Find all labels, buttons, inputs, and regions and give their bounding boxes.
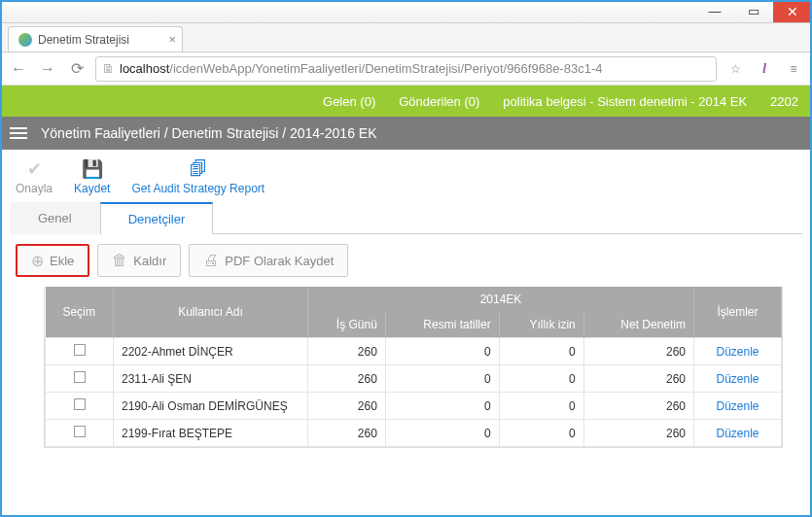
context-label: politika belgesi - Sistem denetimi - 201… [503, 94, 747, 109]
back-button[interactable]: ← [8, 58, 29, 80]
sent-link[interactable]: Gönderilen (0) [399, 94, 479, 109]
cell-annual: 0 [499, 393, 583, 420]
cell-workday: 260 [308, 365, 386, 393]
cell-holidays: 0 [385, 338, 499, 365]
window-minimize-button[interactable]: — [695, 0, 734, 22]
export-pdf-label: PDF Olarak Kaydet [225, 254, 334, 268]
cell-username: 2202-Ahmet DİNÇER [114, 338, 308, 365]
cell-net: 260 [583, 338, 693, 365]
table-row: 2190-Ali Osman DEMİRGÜNEŞ26000260Düzenle [46, 393, 782, 420]
cell-annual: 0 [499, 365, 583, 393]
cell-annual: 0 [499, 338, 583, 365]
report-label: Get Audit Strategy Report [131, 182, 265, 195]
cell-workday: 260 [308, 420, 386, 447]
url-path: /icdenWebApp/YonetimFaaliyetleri/Denetim… [169, 61, 602, 76]
cell-annual: 0 [499, 420, 583, 447]
menu-icon[interactable] [10, 127, 27, 139]
page-tabs: Genel Denetçiler [10, 201, 802, 234]
col-group-period: 2014EK [308, 287, 694, 312]
check-circle-icon: ✔ [23, 159, 45, 179]
cell-select[interactable] [46, 338, 114, 365]
inbox-link[interactable]: Gelen (0) [323, 94, 375, 109]
tab-close-icon[interactable]: × [168, 32, 176, 47]
report-button[interactable]: 🗐 Get Audit Strategy Report [131, 159, 265, 195]
tab-title: Denetim Stratejisi [38, 33, 129, 47]
auditors-table: Seçim Kullanıcı Adı 2014EK İşlemler İş G… [44, 287, 783, 448]
col-workday: İş Günü [308, 312, 386, 338]
report-icon: 🗐 [188, 159, 209, 179]
cell-net: 260 [583, 365, 693, 393]
tab-auditors-label: Denetçiler [128, 212, 186, 226]
forward-button[interactable]: → [37, 58, 58, 80]
add-button[interactable]: ⊕ Ekle [16, 244, 89, 277]
edit-link[interactable]: Düzenle [694, 365, 782, 393]
table-row: 2202-Ahmet DİNÇER26000260Düzenle [46, 338, 782, 365]
tab-auditors[interactable]: Denetçiler [100, 202, 214, 234]
pdf-icon: 🖨 [203, 252, 219, 269]
remove-label: Kaldır [133, 254, 166, 268]
table-row: 2199-Fırat BEŞTEPE26000260Düzenle [46, 420, 782, 447]
col-net: Net Denetim [583, 312, 693, 338]
reload-button[interactable]: ⟳ [66, 58, 88, 80]
browser-toolbar: ← → ⟳ 🗎 localhost/icdenWebApp/YonetimFaa… [0, 52, 812, 86]
page-toolbar: ✔ Onayla 💾 Kaydet 🗐 Get Audit Strategy R… [0, 150, 812, 201]
edit-link[interactable]: Düzenle [694, 338, 782, 365]
favicon-icon [18, 33, 32, 47]
checkbox-icon[interactable] [74, 371, 86, 383]
cell-select[interactable] [46, 365, 114, 393]
col-username: Kullanıcı Adı [114, 287, 308, 338]
cell-username: 2190-Ali Osman DEMİRGÜNEŞ [114, 393, 308, 420]
cell-select[interactable] [46, 420, 114, 447]
col-actions: İşlemler [694, 287, 782, 338]
edit-link[interactable]: Düzenle [694, 393, 782, 420]
breadcrumb-bar: Yönetim Faaliyetleri / Denetim Stratejis… [0, 117, 812, 150]
approve-button[interactable]: ✔ Onayla [16, 159, 53, 195]
window-close-button[interactable]: ✕ [773, 0, 812, 22]
trash-icon: 🗑 [112, 252, 127, 269]
checkbox-icon[interactable] [74, 426, 86, 437]
save-label: Kaydet [74, 182, 110, 195]
export-pdf-button[interactable]: 🖨 PDF Olarak Kaydet [189, 244, 348, 277]
address-bar[interactable]: 🗎 localhost/icdenWebApp/YonetimFaaliyetl… [95, 56, 717, 82]
breadcrumb: Yönetim Faaliyetleri / Denetim Stratejis… [41, 125, 377, 141]
remove-button[interactable]: 🗑 Kaldır [97, 244, 181, 277]
col-holidays: Resmi tatiller [385, 312, 499, 338]
cell-net: 260 [583, 393, 693, 420]
browser-tabstrip: Denetim Stratejisi × [0, 23, 812, 52]
browser-menu-icon[interactable]: ≡ [783, 58, 804, 80]
notification-bar: Gelen (0) Gönderilen (0) politika belges… [0, 86, 812, 117]
cell-holidays: 0 [385, 365, 499, 393]
extension-icon[interactable]: l [754, 58, 775, 80]
cell-workday: 260 [308, 393, 386, 420]
edit-link[interactable]: Düzenle [694, 420, 782, 447]
col-annual: Yıllık izin [499, 312, 583, 338]
save-button[interactable]: 💾 Kaydet [74, 159, 110, 195]
checkbox-icon[interactable] [74, 344, 86, 356]
window-maximize-button[interactable]: ▭ [734, 0, 773, 22]
bookmark-star-icon[interactable]: ☆ [724, 58, 746, 80]
cell-workday: 260 [308, 338, 386, 365]
url-host: localhost [120, 61, 169, 76]
browser-tab[interactable]: Denetim Stratejisi × [8, 26, 183, 52]
cell-holidays: 0 [385, 393, 499, 420]
cell-holidays: 0 [385, 420, 499, 447]
page-icon: 🗎 [102, 61, 115, 76]
approve-label: Onayla [16, 182, 53, 195]
checkbox-icon[interactable] [74, 398, 86, 410]
tab-general-label: Genel [38, 211, 72, 225]
save-icon: 💾 [82, 159, 103, 179]
action-row: ⊕ Ekle 🗑 Kaldır 🖨 PDF Olarak Kaydet [0, 234, 812, 287]
cell-net: 260 [583, 420, 693, 447]
window-titlebar: — ▭ ✕ [0, 0, 812, 23]
tab-general[interactable]: Genel [10, 202, 100, 234]
user-id-label: 2202 [770, 94, 798, 109]
add-label: Ekle [50, 254, 74, 268]
cell-select[interactable] [46, 393, 114, 420]
col-select: Seçim [46, 287, 114, 338]
plus-circle-icon: ⊕ [31, 252, 44, 270]
cell-username: 2199-Fırat BEŞTEPE [114, 420, 308, 447]
table-row: 2311-Ali ŞEN26000260Düzenle [46, 365, 782, 393]
cell-username: 2311-Ali ŞEN [114, 365, 308, 393]
